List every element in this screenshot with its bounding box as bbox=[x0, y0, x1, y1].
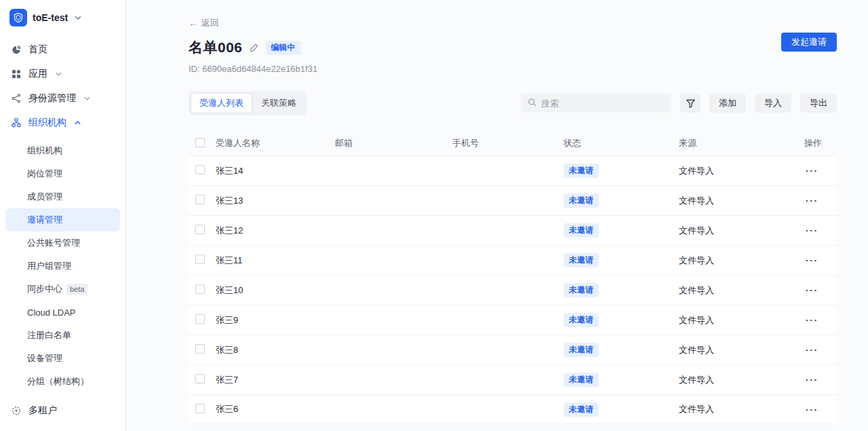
status-badge: 编辑中 bbox=[266, 41, 301, 55]
sidebar-sub-item[interactable]: 设备管理 bbox=[5, 347, 120, 370]
row-checkbox[interactable] bbox=[195, 225, 205, 234]
row-actions-button[interactable]: ··· bbox=[804, 315, 818, 325]
row-status-badge: 未邀请 bbox=[564, 313, 599, 327]
invite-button[interactable]: 发起邀请 bbox=[781, 33, 837, 52]
toolbar: 受邀人列表关联策略 添加 导入 导出 bbox=[189, 91, 837, 115]
edit-title-icon[interactable] bbox=[250, 43, 259, 52]
sidebar-sub-item[interactable]: 邀请管理 bbox=[5, 208, 120, 231]
back-link[interactable]: ← 返回 bbox=[189, 17, 219, 29]
toolbar-controls: 添加 导入 导出 bbox=[521, 94, 837, 113]
chevron-down-icon bbox=[56, 72, 62, 76]
main-content: ← 返回 名单006 编辑中 ID: 6690ea6d64844e22e16b1… bbox=[126, 0, 868, 431]
select-all-checkbox[interactable] bbox=[195, 138, 205, 147]
sidebar: toE-test 首页 bbox=[0, 0, 126, 431]
row-actions-button[interactable]: ··· bbox=[804, 405, 818, 415]
cell-invitee-name: 张三7 bbox=[216, 374, 335, 386]
sidebar-item-label: 应用 bbox=[28, 68, 47, 80]
cell-invitee-name: 张三13 bbox=[216, 195, 335, 207]
row-checkbox[interactable] bbox=[195, 404, 205, 413]
cell-source: 文件导入 bbox=[679, 255, 804, 267]
table-row: 张三12 未邀请 文件导入 ··· bbox=[189, 215, 837, 245]
row-checkbox[interactable] bbox=[195, 344, 205, 354]
row-checkbox[interactable] bbox=[195, 195, 205, 204]
sub-item-label: 设备管理 bbox=[27, 352, 62, 364]
column-header-source: 来源 bbox=[679, 137, 804, 149]
column-header-actions: 操作 bbox=[804, 137, 837, 149]
column-header-name: 受邀人名称 bbox=[216, 137, 335, 149]
row-actions-button[interactable]: ··· bbox=[804, 345, 818, 355]
row-status-badge: 未邀请 bbox=[564, 343, 599, 357]
cell-source: 文件导入 bbox=[679, 314, 804, 326]
sidebar-sub-item[interactable]: Cloud LDAP bbox=[5, 301, 120, 324]
row-checkbox[interactable] bbox=[195, 284, 205, 294]
dashboard-icon bbox=[11, 44, 22, 55]
row-actions-button[interactable]: ··· bbox=[804, 285, 818, 295]
apps-icon bbox=[11, 69, 22, 79]
sidebar-item-label: 首页 bbox=[28, 43, 47, 56]
sidebar-sub-item[interactable]: 分组（树结构） bbox=[5, 370, 120, 393]
cell-invitee-name: 张三6 bbox=[216, 403, 335, 415]
table-header-row: 受邀人名称 邮箱 手机号 状态 来源 操作 bbox=[189, 131, 837, 155]
search-input[interactable] bbox=[541, 98, 665, 109]
sidebar-item-label: 身份源管理 bbox=[28, 92, 76, 105]
invitees-table: 受邀人名称 邮箱 手机号 状态 来源 操作 张三14 未邀请 文件导入 ··· … bbox=[189, 131, 837, 424]
row-checkbox[interactable] bbox=[195, 314, 205, 324]
row-status-badge: 未邀请 bbox=[564, 223, 599, 238]
cell-source: 文件导入 bbox=[679, 195, 804, 207]
sidebar-sub-item[interactable]: 注册白名单 bbox=[5, 324, 120, 347]
row-actions-button[interactable]: ··· bbox=[804, 225, 818, 236]
row-status-badge: 未邀请 bbox=[564, 402, 599, 417]
sub-item-label: Cloud LDAP bbox=[27, 307, 76, 318]
sidebar-sub-item[interactable]: 成员管理 bbox=[5, 185, 120, 208]
row-actions-button[interactable]: ··· bbox=[804, 195, 818, 206]
beta-badge: beta bbox=[66, 284, 87, 295]
sub-item-label: 组织机构 bbox=[27, 145, 62, 157]
row-status-badge: 未邀请 bbox=[564, 253, 599, 267]
identity-source-icon bbox=[11, 93, 22, 104]
row-actions-button[interactable]: ··· bbox=[804, 166, 818, 176]
filter-button[interactable] bbox=[680, 94, 701, 113]
add-button[interactable]: 添加 bbox=[709, 94, 746, 113]
chevron-down-icon bbox=[84, 96, 90, 100]
table-row: 张三8 未邀请 文件导入 ··· bbox=[189, 335, 837, 364]
sidebar-item-apps[interactable]: 应用 bbox=[0, 62, 125, 86]
sidebar-sub-item[interactable]: 公共账号管理 bbox=[5, 231, 120, 255]
row-actions-button[interactable]: ··· bbox=[804, 255, 818, 265]
cell-source: 文件导入 bbox=[679, 344, 804, 356]
column-header-email: 邮箱 bbox=[335, 137, 452, 149]
import-button[interactable]: 导入 bbox=[755, 94, 791, 113]
record-id: ID: 6690ea6d64844e22e16b1f31 bbox=[189, 64, 837, 74]
sidebar-sub-item[interactable]: 组织机构 bbox=[5, 139, 120, 162]
chevron-up-icon bbox=[75, 121, 81, 125]
column-header-status: 状态 bbox=[564, 137, 679, 149]
sidebar-item-home[interactable]: 首页 bbox=[0, 37, 125, 62]
sidebar-item-multi-tenant[interactable]: 多租户 bbox=[0, 398, 125, 423]
row-checkbox[interactable] bbox=[195, 165, 205, 174]
sub-item-label: 分组（树结构） bbox=[27, 375, 89, 388]
organization-icon bbox=[11, 117, 22, 128]
table-body: 张三14 未邀请 文件导入 ··· 张三13 未邀请 文件导入 ··· 张三12… bbox=[189, 155, 837, 424]
sidebar-item-identity-source[interactable]: 身份源管理 bbox=[0, 86, 125, 111]
tab[interactable]: 关联策略 bbox=[252, 93, 305, 113]
row-checkbox[interactable] bbox=[195, 374, 205, 383]
row-status-badge: 未邀请 bbox=[564, 164, 599, 178]
export-button[interactable]: 导出 bbox=[800, 94, 837, 113]
search-icon bbox=[528, 98, 537, 109]
row-actions-button[interactable]: ··· bbox=[804, 375, 818, 385]
table-row: 张三9 未邀请 文件导入 ··· bbox=[189, 305, 837, 335]
cell-invitee-name: 张三8 bbox=[216, 344, 335, 356]
search-box bbox=[521, 94, 671, 113]
sidebar-sub-item[interactable]: 用户组管理 bbox=[5, 255, 120, 278]
tab[interactable]: 受邀人列表 bbox=[191, 93, 252, 113]
table-row: 张三6 未邀请 文件导入 ··· bbox=[189, 394, 837, 424]
sidebar-sub-item[interactable]: 岗位管理 bbox=[5, 162, 120, 185]
sidebar-item-organization[interactable]: 组织机构 bbox=[0, 111, 125, 135]
sub-item-label: 邀请管理 bbox=[27, 214, 62, 226]
sidebar-sub-item[interactable]: 同步中心 beta bbox=[5, 278, 120, 301]
sidebar-sub-list: 组织机构 岗位管理 成员管理 邀请管理 公共账号管理 用户组管理 同步中心 be… bbox=[0, 135, 125, 393]
cell-invitee-name: 张三9 bbox=[216, 314, 335, 326]
sub-item-label: 岗位管理 bbox=[27, 168, 62, 180]
row-checkbox[interactable] bbox=[195, 255, 205, 264]
workspace-name: toE-test bbox=[33, 12, 68, 23]
workspace-switcher[interactable]: toE-test bbox=[0, 9, 125, 26]
